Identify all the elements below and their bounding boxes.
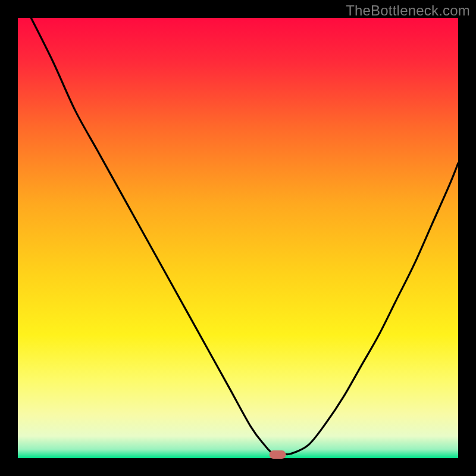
bottleneck-chart bbox=[0, 0, 476, 476]
chart-frame: TheBottleneck.com bbox=[0, 0, 476, 476]
watermark-text: TheBottleneck.com bbox=[346, 2, 470, 19]
plot-background bbox=[18, 18, 458, 458]
optimal-marker bbox=[270, 450, 286, 459]
